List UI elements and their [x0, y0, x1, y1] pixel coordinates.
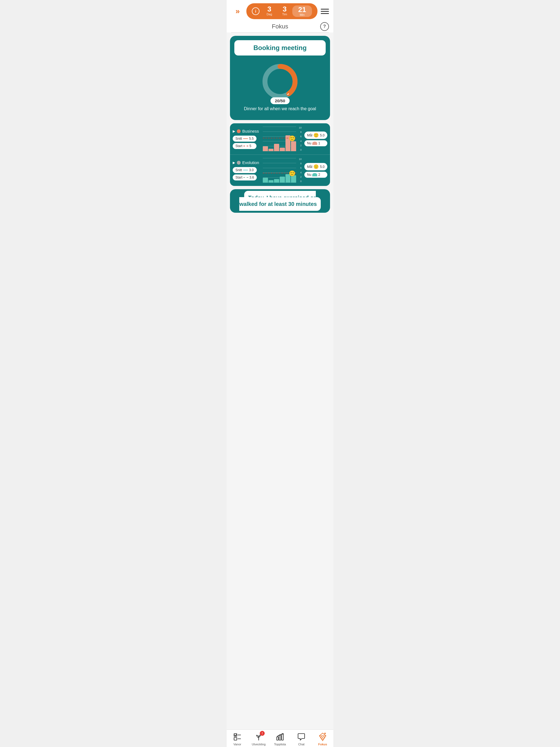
vanor-icon — [232, 732, 242, 742]
badge-start-business: Start 5 — [233, 143, 256, 149]
start-line-evolution — [244, 177, 248, 178]
smiley-business: 🙂 — [289, 135, 296, 141]
app-container: » i 3 Dag 3 Tim 21 Mi — [227, 0, 333, 747]
smiley-evolution: 🙂 — [289, 170, 296, 177]
nav-badge-utveckling: ! — [260, 731, 265, 736]
nav-item-topplista[interactable]: Topplista — [269, 732, 291, 746]
header-bottom: Fokus ? — [231, 21, 329, 32]
chart-row-business-content: ▶ Business Snitt 5.5 Start — [233, 127, 327, 151]
charts-section: ▶ Business Snitt 5.5 Start — [230, 123, 330, 186]
chat-icon — [297, 732, 306, 742]
snitt-line-business — [243, 138, 248, 139]
timer-min: 21 Min — [292, 5, 312, 17]
header-top: » i 3 Dag 3 Tim 21 Mi — [231, 3, 329, 19]
menu-icon[interactable] — [321, 9, 329, 14]
mini-chart-evolution: 10 8 6 4 2 0 — [263, 158, 302, 183]
header: » i 3 Dag 3 Tim 21 Mi — [227, 0, 333, 32]
nav-label-topplista: Topplista — [274, 743, 286, 746]
nav-label-fokus: Fokus — [318, 743, 327, 746]
chart-expand-evolution[interactable]: ▶ — [233, 161, 235, 164]
nav-item-vanor[interactable]: Vanor — [227, 732, 248, 746]
menu-line-2 — [321, 11, 329, 12]
svg-rect-7 — [277, 737, 278, 740]
motivation-text: Dinner for all when we reach the goal — [234, 106, 326, 111]
chart-category-evolution: Evolution — [242, 160, 263, 165]
chart-dot-business — [237, 129, 240, 133]
chart-row-business: ▶ Business Snitt 5.5 Start — [230, 123, 330, 155]
donut-container: 20/50 — [234, 61, 326, 102]
menu-line-1 — [321, 9, 329, 9]
badge-mal-business: Mål 🙂 5.0 — [304, 131, 327, 139]
badge-snitt-evolution: Snitt 3.0 — [233, 167, 257, 173]
badge-mal-evolution: Mål 🙂 5.0 — [304, 163, 327, 170]
mini-chart-business: 10 8 6 4 2 0 — [263, 127, 302, 151]
logo-icon[interactable]: » — [231, 5, 243, 17]
nav-label-chat: Chat — [298, 743, 304, 746]
nav-item-fokus[interactable]: Fokus — [312, 732, 333, 746]
help-icon[interactable]: ? — [320, 22, 329, 31]
chart-expand-business[interactable]: ▶ — [233, 129, 235, 133]
badge-start-evolution: Start 3.6 — [233, 175, 257, 180]
chart-category-business: Business — [242, 129, 263, 133]
page-title: Fokus — [272, 23, 288, 30]
mountain-evolution — [312, 173, 317, 176]
start-line-business — [244, 146, 248, 146]
badge-snitt-business: Snitt 5.5 — [233, 136, 256, 141]
menu-line-3 — [321, 13, 329, 14]
timer-badge[interactable]: i 3 Dag 3 Tim 21 Min — [246, 3, 317, 19]
timer-tim: 3 Tim — [277, 5, 292, 17]
booking-title: Booking meeting — [253, 44, 307, 51]
nav-label-vanor: Vanor — [233, 743, 241, 746]
habit-title: Today, I have exercised or walked for at… — [239, 191, 321, 211]
chart-right-badges-evolution: Mål 🙂 5.0 Nu 2 — [304, 163, 327, 178]
nav-item-utveckling[interactable]: ! Utveckling — [248, 732, 269, 746]
nav-item-chat[interactable]: Chat — [291, 732, 312, 746]
donut-svg — [259, 61, 301, 102]
chart-y-axis-evolution: 10 8 6 4 2 0 — [299, 158, 302, 183]
chart-left-badges-business: Snitt 5.5 Start 5 — [233, 136, 256, 149]
timer-segments: 3 Dag 3 Tim 21 Min — [262, 5, 312, 17]
chart-y-axis-business: 10 8 6 4 2 0 — [299, 127, 302, 151]
svg-rect-4 — [234, 738, 237, 740]
topplista-icon — [275, 732, 285, 742]
chart-right-badges-business: Mål 🙂 5.0 Nu 1 — [304, 131, 327, 146]
bottom-nav: Vanor ! Utveckling — [227, 729, 333, 747]
chart-dot-evolution — [237, 161, 240, 164]
donut-wrapper: 20/50 — [259, 61, 301, 102]
badge-nu-business: Nu 1 — [304, 140, 327, 146]
booking-title-card: Booking meeting — [234, 40, 326, 55]
timer-info-icon: i — [252, 7, 259, 15]
timer-dag: 3 Dag — [262, 5, 277, 17]
habit-card[interactable]: Today, I have exercised or walked for at… — [230, 189, 330, 213]
fokus-icon — [318, 732, 328, 742]
donut-label: 20/50 — [271, 97, 289, 104]
chart-left-badges-evolution: Snitt 3.0 Start 3.6 — [233, 167, 257, 180]
badge-nu-evolution: Nu 2 — [304, 172, 327, 178]
snitt-line-evolution — [243, 170, 248, 170]
logo-arrows: » — [235, 7, 239, 16]
svg-rect-8 — [279, 735, 281, 740]
svg-point-13 — [322, 737, 323, 738]
chart-row-evolution: ▶ Evolution Snitt 3.0 Start — [230, 155, 330, 186]
main-content: Booking meeting 20/50 — [227, 32, 333, 747]
nav-label-utveckling: Utveckling — [252, 743, 266, 746]
mountain-business — [312, 141, 317, 145]
svg-rect-9 — [282, 734, 283, 740]
chart-row-evolution-content: ▶ Evolution Snitt 3.0 Start — [233, 158, 327, 183]
booking-section: Booking meeting 20/50 — [230, 36, 330, 120]
